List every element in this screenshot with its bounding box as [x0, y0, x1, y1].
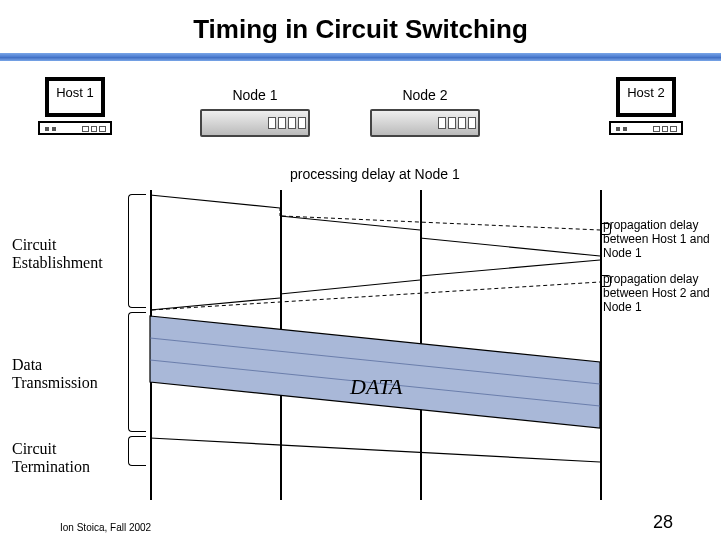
- phase-termination-label: Circuit Termination: [12, 440, 122, 476]
- node1-router: Node 1: [200, 109, 310, 137]
- bracket-transmission: [128, 312, 146, 432]
- svg-line-0: [150, 195, 280, 208]
- svg-line-4: [420, 260, 600, 276]
- node2-label: Node 2: [370, 87, 480, 103]
- node2-router: Node 2: [370, 109, 480, 137]
- svg-line-1: [280, 216, 420, 230]
- svg-line-5: [280, 280, 420, 294]
- host1-label: Host 1: [56, 85, 94, 100]
- timing-diagram: processing delay at Node 1 propagation d…: [0, 190, 721, 500]
- host2-label: Host 2: [627, 85, 665, 100]
- prop1-label: propagation delay between Host 1 and Nod…: [603, 218, 713, 260]
- page-title: Timing in Circuit Switching: [0, 0, 721, 53]
- divider-bar: [0, 53, 721, 61]
- svg-line-2: [420, 238, 600, 256]
- prop2-label: propagation delay between Host 2 and Nod…: [603, 272, 713, 314]
- phase-transmission-label: Data Transmission: [12, 356, 122, 392]
- data-label: DATA: [350, 374, 403, 400]
- svg-line-12: [150, 438, 600, 462]
- svg-line-6: [150, 298, 280, 310]
- bracket-termination: [128, 436, 146, 466]
- host2-computer: Host 2: [606, 77, 686, 137]
- footer-page: 28: [653, 512, 673, 533]
- processing-delay-label: processing delay at Node 1: [290, 166, 460, 182]
- node1-label: Node 1: [200, 87, 310, 103]
- svg-line-7: [282, 216, 600, 230]
- devices-row: Host 1 Node 1 Node 2 Host 2: [0, 71, 721, 151]
- footer-author: Ion Stoica, Fall 2002: [60, 522, 151, 533]
- phase-establishment-label: Circuit Establishment: [12, 236, 122, 272]
- svg-line-8: [152, 282, 600, 310]
- host1-computer: Host 1: [35, 77, 115, 137]
- bracket-establishment: [128, 194, 146, 308]
- svg-marker-9: [150, 316, 600, 428]
